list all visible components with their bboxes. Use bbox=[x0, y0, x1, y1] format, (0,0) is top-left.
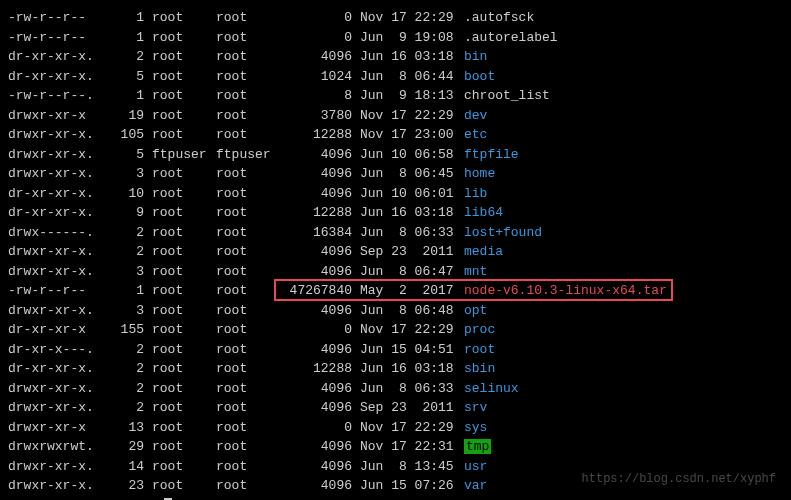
owner: root bbox=[152, 223, 216, 243]
link-count: 3 bbox=[112, 301, 144, 321]
group: root bbox=[216, 164, 280, 184]
owner: root bbox=[152, 203, 216, 223]
file-row: drwxr-xr-x.105rootroot12288Nov 17 23:00e… bbox=[8, 125, 783, 145]
owner: root bbox=[152, 379, 216, 399]
date-time: Jun 16 03:18 bbox=[360, 47, 464, 67]
group: root bbox=[216, 340, 280, 360]
owner: root bbox=[152, 320, 216, 340]
file-row: dr-xr-x---.2rootroot4096Jun 15 04:51root bbox=[8, 340, 783, 360]
permissions: drwxr-xr-x. bbox=[8, 398, 112, 418]
group: root bbox=[216, 398, 280, 418]
permissions: dr-xr-xr-x. bbox=[8, 47, 112, 67]
owner: root bbox=[152, 47, 216, 67]
permissions: -rw-r--r--. bbox=[8, 86, 112, 106]
group: root bbox=[216, 106, 280, 126]
group: root bbox=[216, 125, 280, 145]
link-count: 2 bbox=[112, 242, 144, 262]
watermark: https://blog.csdn.net/xyphf bbox=[582, 470, 776, 488]
file-name: dev bbox=[464, 108, 487, 123]
permissions: dr-xr-xr-x. bbox=[8, 359, 112, 379]
owner: ftpuser bbox=[152, 145, 216, 165]
permissions: drwxr-xr-x bbox=[8, 106, 112, 126]
size: 16384 bbox=[280, 223, 352, 243]
file-name: .autofsck bbox=[464, 10, 534, 25]
size: 4096 bbox=[280, 398, 352, 418]
file-row: drwxr-xr-x.2rootroot4096Sep 23 2011media bbox=[8, 242, 783, 262]
size: 4096 bbox=[280, 184, 352, 204]
permissions: -rw-r--r-- bbox=[8, 8, 112, 28]
permissions: drwxr-xr-x bbox=[8, 418, 112, 438]
group: root bbox=[216, 184, 280, 204]
link-count: 29 bbox=[112, 437, 144, 457]
owner: root bbox=[152, 86, 216, 106]
owner: root bbox=[152, 67, 216, 87]
date-time: Jun 10 06:58 bbox=[360, 145, 464, 165]
file-row: -rw-r--r--1rootroot0Jun 9 19:08.autorela… bbox=[8, 28, 783, 48]
file-name: media bbox=[464, 244, 503, 259]
file-row: dr-xr-xr-x155rootroot0Nov 17 22:29proc bbox=[8, 320, 783, 340]
command-prompt[interactable]: [root@localhost /]# bbox=[8, 496, 783, 501]
link-count: 2 bbox=[112, 379, 144, 399]
date-time: May 2 2017 bbox=[360, 281, 464, 301]
permissions: drwxrwxrwt. bbox=[8, 437, 112, 457]
link-count: 1 bbox=[112, 28, 144, 48]
group: root bbox=[216, 262, 280, 282]
size: 4096 bbox=[280, 242, 352, 262]
group: root bbox=[216, 242, 280, 262]
date-time: Jun 16 03:18 bbox=[360, 359, 464, 379]
group: root bbox=[216, 437, 280, 457]
date-time: Jun 8 13:45 bbox=[360, 457, 464, 477]
size: 0 bbox=[280, 28, 352, 48]
file-name: sys bbox=[464, 420, 487, 435]
size: 4096 bbox=[280, 457, 352, 477]
file-row: -rw-r--r--1rootroot0Nov 17 22:29.autofsc… bbox=[8, 8, 783, 28]
link-count: 3 bbox=[112, 164, 144, 184]
file-name: selinux bbox=[464, 381, 519, 396]
file-row: dr-xr-xr-x.10rootroot4096Jun 10 06:01lib bbox=[8, 184, 783, 204]
date-time: Sep 23 2011 bbox=[360, 242, 464, 262]
file-name: lib64 bbox=[464, 205, 503, 220]
link-count: 155 bbox=[112, 320, 144, 340]
file-name: sbin bbox=[464, 361, 495, 376]
size: 4096 bbox=[280, 164, 352, 184]
owner: root bbox=[152, 28, 216, 48]
link-count: 105 bbox=[112, 125, 144, 145]
owner: root bbox=[152, 281, 216, 301]
date-time: Jun 15 07:26 bbox=[360, 476, 464, 496]
group: ftpuser bbox=[216, 145, 280, 165]
permissions: drwxr-xr-x. bbox=[8, 457, 112, 477]
permissions: -rw-r--r-- bbox=[8, 28, 112, 48]
size: 4096 bbox=[280, 379, 352, 399]
size: 4096 bbox=[280, 145, 352, 165]
link-count: 14 bbox=[112, 457, 144, 477]
file-row: drwxr-xr-x.3rootroot4096Jun 8 06:48opt bbox=[8, 301, 783, 321]
file-name: tmp bbox=[464, 439, 491, 454]
file-name: home bbox=[464, 166, 495, 181]
file-row: drwxr-xr-x13rootroot0Nov 17 22:29sys bbox=[8, 418, 783, 438]
link-count: 3 bbox=[112, 262, 144, 282]
permissions: -rw-r--r-- bbox=[8, 281, 112, 301]
link-count: 2 bbox=[112, 340, 144, 360]
date-time: Nov 17 22:29 bbox=[360, 8, 464, 28]
file-name: srv bbox=[464, 400, 487, 415]
group: root bbox=[216, 418, 280, 438]
date-time: Nov 17 23:00 bbox=[360, 125, 464, 145]
owner: root bbox=[152, 242, 216, 262]
date-time: Jun 9 19:08 bbox=[360, 28, 464, 48]
permissions: dr-xr-xr-x. bbox=[8, 67, 112, 87]
size: 4096 bbox=[280, 476, 352, 496]
file-row: dr-xr-xr-x.5rootroot1024Jun 8 06:44boot bbox=[8, 67, 783, 87]
terminal-output[interactable]: -rw-r--r--1rootroot0Nov 17 22:29.autofsc… bbox=[8, 8, 783, 496]
size: 4096 bbox=[280, 437, 352, 457]
size: 4096 bbox=[280, 301, 352, 321]
file-name: mnt bbox=[464, 264, 487, 279]
link-count: 23 bbox=[112, 476, 144, 496]
link-count: 9 bbox=[112, 203, 144, 223]
file-name: proc bbox=[464, 322, 495, 337]
permissions: dr-xr-x---. bbox=[8, 340, 112, 360]
file-row: drwxr-xr-x.3rootroot4096Jun 8 06:45home bbox=[8, 164, 783, 184]
permissions: drwxr-xr-x. bbox=[8, 476, 112, 496]
group: root bbox=[216, 457, 280, 477]
permissions: drwxr-xr-x. bbox=[8, 242, 112, 262]
permissions: drwxr-xr-x. bbox=[8, 125, 112, 145]
